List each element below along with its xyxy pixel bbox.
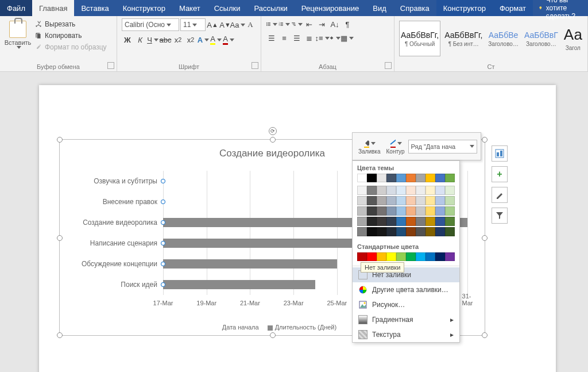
color-swatch[interactable]: [367, 174, 377, 182]
borders-button[interactable]: ▦: [342, 32, 353, 44]
format-painter-button[interactable]: Формат по образцу: [34, 41, 107, 53]
color-swatch[interactable]: [377, 217, 386, 226]
color-swatch[interactable]: [367, 217, 377, 226]
color-swatch[interactable]: [357, 174, 367, 182]
color-swatch[interactable]: [357, 186, 367, 195]
color-swatch[interactable]: [396, 227, 406, 236]
color-swatch[interactable]: [396, 217, 406, 226]
font-dialog-launcher[interactable]: [252, 62, 258, 69]
color-swatch[interactable]: [406, 252, 416, 261]
color-swatch[interactable]: [416, 217, 425, 226]
color-swatch[interactable]: [435, 174, 445, 182]
numbering-button[interactable]: 123: [278, 18, 290, 30]
resize-handle-e[interactable]: [482, 235, 488, 241]
show-marks-button[interactable]: ¶: [342, 18, 353, 30]
tab-references[interactable]: Ссылки: [207, 0, 247, 16]
color-swatch[interactable]: [386, 206, 396, 216]
strikethrough-button[interactable]: abc: [160, 34, 171, 45]
tab-view[interactable]: Вид: [366, 0, 393, 16]
color-swatch[interactable]: [396, 186, 406, 195]
gradient-fill-item[interactable]: Градиентная ▸: [353, 312, 459, 327]
change-case-button[interactable]: Aa: [232, 19, 243, 30]
font-color-button[interactable]: A: [223, 34, 234, 45]
highlight-button[interactable]: A: [210, 34, 222, 45]
chart-styles-button[interactable]: [492, 187, 508, 203]
copy-button[interactable]: Копировать: [34, 30, 107, 41]
color-swatch[interactable]: [367, 186, 377, 195]
increase-indent-button[interactable]: ⇥: [316, 18, 328, 30]
tab-layout[interactable]: Макет: [172, 0, 207, 16]
text-effects-button[interactable]: A: [198, 34, 209, 45]
color-swatch[interactable]: [445, 206, 455, 216]
color-swatch[interactable]: [386, 217, 396, 226]
rotate-handle[interactable]: ⟳: [269, 127, 277, 135]
color-swatch[interactable]: [425, 186, 435, 195]
tab-insert[interactable]: Вставка: [74, 0, 115, 16]
color-swatch[interactable]: [406, 196, 416, 205]
color-swatch[interactable]: [435, 206, 445, 216]
color-swatch[interactable]: [367, 196, 377, 205]
color-swatch[interactable]: [396, 252, 406, 261]
color-swatch[interactable]: [396, 174, 406, 182]
color-swatch[interactable]: [386, 227, 396, 236]
fill-button[interactable]: Заливка: [356, 137, 383, 156]
paragraph-dialog-launcher[interactable]: [385, 62, 392, 69]
texture-fill-item[interactable]: Текстура ▸: [353, 327, 459, 342]
shrink-font-button[interactable]: A▼: [219, 19, 231, 30]
color-swatch[interactable]: [386, 174, 396, 182]
decrease-indent-button[interactable]: ⇤: [304, 18, 315, 30]
color-swatch[interactable]: [377, 186, 386, 195]
color-swatch[interactable]: [435, 252, 445, 261]
tab-help[interactable]: Справка: [393, 0, 436, 16]
paste-button[interactable]: Вставить: [5, 18, 31, 53]
color-swatch[interactable]: [406, 217, 416, 226]
cut-button[interactable]: Вырезать: [34, 18, 107, 30]
align-left-button[interactable]: ☰: [266, 32, 277, 44]
color-swatch[interactable]: [425, 252, 435, 261]
color-swatch[interactable]: [435, 186, 445, 195]
style-2[interactable]: АаБбВеЗаголово…: [486, 21, 520, 56]
color-swatch[interactable]: [377, 196, 386, 205]
color-swatch[interactable]: [406, 174, 416, 182]
underline-button[interactable]: Ч: [147, 34, 158, 45]
resize-handle-w[interactable]: [57, 235, 63, 241]
series-selector[interactable]: Ряд "Дата нача: [408, 140, 477, 154]
outline-button[interactable]: Контур: [384, 137, 407, 156]
resize-handle-ne[interactable]: [482, 137, 488, 143]
tell-me[interactable]: Что вы хотите сделать?: [533, 0, 588, 16]
color-swatch[interactable]: [357, 217, 367, 226]
color-swatch[interactable]: [445, 227, 455, 236]
line-spacing-button[interactable]: ↕≡: [316, 32, 328, 44]
color-swatch[interactable]: [367, 227, 377, 236]
color-swatch[interactable]: [357, 206, 367, 216]
color-swatch[interactable]: [357, 196, 367, 205]
color-swatch[interactable]: [396, 196, 406, 205]
color-swatch[interactable]: [416, 174, 425, 182]
style-3[interactable]: АаБбВвГЗаголово…: [523, 21, 560, 56]
color-swatch[interactable]: [416, 186, 425, 195]
color-swatch[interactable]: [357, 252, 367, 261]
tab-design[interactable]: Конструктор: [116, 0, 172, 16]
tab-file[interactable]: Файл: [0, 0, 32, 16]
resize-handle-nw[interactable]: [57, 137, 63, 143]
chart-layout-button[interactable]: [492, 145, 508, 162]
color-swatch[interactable]: [357, 227, 367, 236]
color-swatch[interactable]: [377, 227, 386, 236]
color-swatch[interactable]: [425, 196, 435, 205]
align-right-button[interactable]: ☰: [291, 32, 303, 44]
color-swatch[interactable]: [425, 206, 435, 216]
color-swatch[interactable]: [445, 196, 455, 205]
color-swatch[interactable]: [445, 186, 455, 195]
tab-review[interactable]: Рецензирование: [295, 0, 366, 16]
superscript-button[interactable]: x2: [185, 34, 196, 45]
color-swatch[interactable]: [386, 252, 396, 261]
chart-filters-button[interactable]: [492, 208, 508, 224]
grow-font-button[interactable]: A▲: [207, 19, 218, 30]
italic-button[interactable]: К: [134, 34, 146, 45]
tab-home[interactable]: Главная: [32, 0, 74, 16]
tab-chart-design[interactable]: Конструктор: [436, 0, 493, 16]
style-0[interactable]: АаБбВвГг,¶ Обычный: [399, 21, 440, 56]
color-swatch[interactable]: [367, 206, 377, 216]
color-swatch[interactable]: [445, 217, 455, 226]
color-swatch[interactable]: [445, 252, 455, 261]
